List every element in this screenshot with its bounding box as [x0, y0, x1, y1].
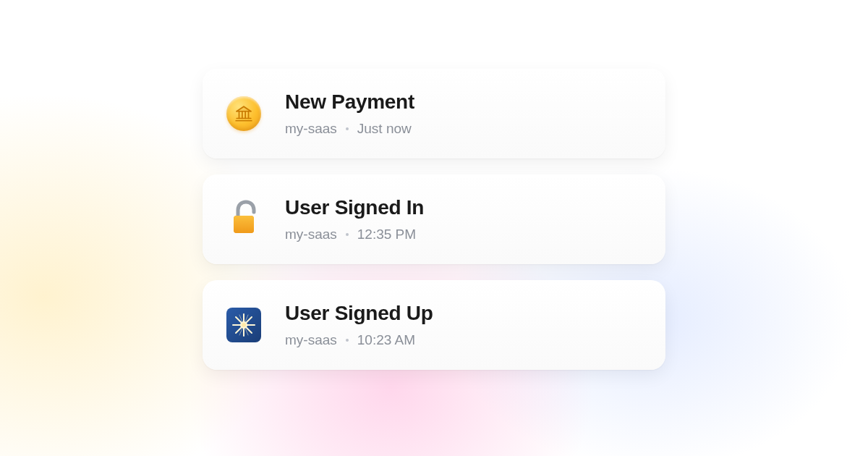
meta-separator-dot — [346, 233, 349, 236]
notification-content: User Signed Up my-saas 10:23 AM — [285, 302, 433, 348]
notification-content: New Payment my-saas Just now — [285, 90, 414, 137]
notification-title: User Signed In — [285, 196, 424, 219]
notification-meta: my-saas Just now — [285, 121, 414, 137]
notification-meta: my-saas 10:23 AM — [285, 332, 433, 348]
notification-time: Just now — [357, 121, 412, 137]
notification-card-new-payment[interactable]: New Payment my-saas Just now — [203, 69, 665, 159]
svg-rect-8 — [234, 216, 254, 233]
notification-source: my-saas — [285, 227, 337, 242]
notification-source: my-saas — [285, 332, 337, 348]
notification-content: User Signed In my-saas 12:35 PM — [285, 196, 424, 242]
notification-time: 10:23 AM — [357, 332, 415, 348]
spark-tile-icon — [224, 305, 263, 345]
notification-source: my-saas — [285, 121, 337, 137]
notification-time: 12:35 PM — [357, 227, 416, 242]
notification-card-user-signed-up[interactable]: User Signed Up my-saas 10:23 AM — [203, 280, 665, 370]
notification-title: User Signed Up — [285, 302, 433, 325]
meta-separator-dot — [346, 339, 349, 342]
unlocked-padlock-icon — [224, 200, 263, 239]
svg-point-17 — [242, 323, 246, 327]
meta-separator-dot — [346, 127, 349, 130]
bank-coin-icon — [224, 94, 263, 133]
notification-list: New Payment my-saas Just now — [203, 0, 665, 370]
notification-title: New Payment — [285, 90, 414, 114]
notification-meta: my-saas 12:35 PM — [285, 227, 424, 242]
notification-card-user-signed-in[interactable]: User Signed In my-saas 12:35 PM — [203, 174, 665, 264]
